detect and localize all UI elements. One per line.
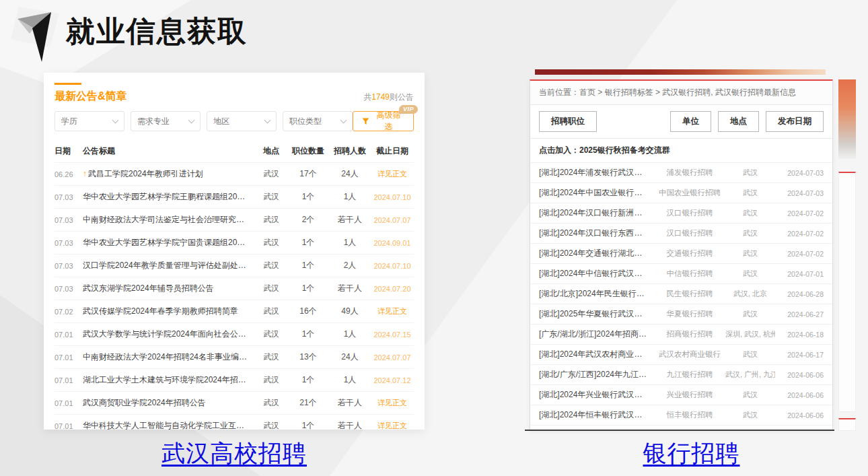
row-deadline[interactable]: 详见正文 bbox=[371, 306, 414, 316]
announcement-row[interactable]: 07.01 湖北工业大学土木建筑与环境学院2024年招聘1名科研助理启事 武汉 … bbox=[55, 368, 414, 391]
bank-sort-button[interactable]: 单位 bbox=[670, 111, 711, 132]
filter-dropdown[interactable]: 学历 bbox=[55, 111, 124, 131]
bank-row[interactable]: [湖北/北京]2024年民生银行民生科技社会招聘启事（6.28） 民生银行招聘 … bbox=[530, 284, 832, 304]
row-positions: 17个 bbox=[287, 168, 329, 180]
row-title[interactable]: [湖北/广东/江西]2024年九江银行社会招聘启事（6.6） bbox=[539, 369, 654, 380]
announcement-row[interactable]: 06.26 ↑武昌工学院2024年教师引进计划 武汉 17个 24人 详见正文 bbox=[55, 162, 414, 185]
row-date: 06.26 bbox=[55, 170, 83, 178]
row-title[interactable]: [湖北]2024年汉口银行新洲支行社会招聘启事（7.2） bbox=[539, 207, 654, 219]
row-title[interactable]: [湖北]2024年恒丰银行武汉分行社会招聘启事（6.6） bbox=[539, 409, 654, 421]
bank-row[interactable]: [湖北]2024年汉口银行东西湖支行社会招聘启事（7.2） 汉口银行招聘 武汉 … bbox=[530, 224, 832, 244]
row-deadline[interactable]: 2024.07.12 bbox=[371, 376, 414, 384]
row-title[interactable]: [湖北]2024年中信银行武汉分行社会招聘启事（7.1） bbox=[539, 268, 654, 279]
announcement-row[interactable]: 07.01 中南财经政法大学2024年招聘24名非事业编制科研助理公告 武汉 1… bbox=[55, 345, 414, 368]
row-title[interactable]: ↑武昌工学院2024年教师引进计划 bbox=[83, 168, 255, 180]
row-deadline[interactable]: 详见正文 bbox=[371, 421, 414, 431]
announcement-row[interactable]: 07.01 华中科技大学人工智能与自动化学院工业互联网及系统安全实验室2024年… bbox=[55, 414, 414, 437]
row-date: 2024-06-06 bbox=[775, 371, 824, 379]
row-title[interactable]: [湖北]2024年中国农业银行湖北省分行暑期实习生招募公告 bbox=[539, 187, 654, 199]
filter-dropdown[interactable]: 需求专业 bbox=[131, 111, 201, 131]
row-date: 07.03 bbox=[55, 216, 83, 224]
announcement-row[interactable]: 07.03 华中农业大学园艺林学学院王鹏程课题组2024年7月招聘1名科研助理公… bbox=[55, 185, 414, 208]
advanced-filter-wrap: 高级筛选 VIP bbox=[353, 111, 414, 131]
row-date: 2024-06-18 bbox=[775, 331, 824, 339]
bank-recruitment-link[interactable]: 银行招聘 bbox=[525, 438, 858, 469]
row-positions: 1个 bbox=[287, 420, 329, 432]
row-title[interactable]: [湖北]2024年交通银行湖北分行社会招聘启事（7.2） bbox=[539, 248, 654, 259]
bank-row[interactable]: [湖北]2025年华夏银行武汉分行校园招聘公告 华夏银行招聘 武汉 2024-0… bbox=[530, 304, 832, 325]
row-title[interactable]: [湖北]2025年华夏银行武汉分行校园招聘公告 bbox=[539, 308, 654, 320]
row-title[interactable]: [湖北]2024年武汉农村商业银行招聘公告（6.17） bbox=[539, 349, 654, 360]
row-deadline[interactable]: 2024.07.10 bbox=[371, 193, 414, 201]
row-title[interactable]: 中南财经政法大学2024年招聘24名非事业编制科研助理公告 bbox=[83, 351, 255, 363]
filter-job-button[interactable]: 招聘职位 bbox=[539, 111, 597, 132]
row-title[interactable]: [湖北]2024年浦发银行武汉分行社会招聘启事 bbox=[539, 167, 654, 178]
row-title[interactable]: 华中科技大学人工智能与自动化学院工业互联网及系统安全实验室2024年面向国内..… bbox=[83, 420, 255, 432]
row-title[interactable]: [湖北]2024年兴业银行武汉分行社会招聘启事（6.6） bbox=[539, 389, 654, 401]
row-title[interactable]: 武汉传媒学院2024年春季学期教师招聘简章 bbox=[83, 306, 255, 317]
bank-sort-button[interactable]: 地点 bbox=[718, 111, 759, 132]
col-deadline: 截止日期 bbox=[371, 145, 414, 157]
university-recruitment-link[interactable]: 武汉高校招聘 bbox=[44, 438, 425, 469]
chevron-down-icon bbox=[188, 117, 195, 124]
row-title[interactable]: 华中农业大学园艺林学学院宁国贵课题组2024年7月招聘1名科研辅助人员公告 bbox=[83, 237, 255, 248]
announcement-row[interactable]: 07.03 华中农业大学园艺林学学院宁国贵课题组2024年7月招聘1名科研辅助人… bbox=[55, 231, 414, 254]
bank-recruitment-panel: 当前位置：首页 > 银行招聘标签 > 武汉银行招聘, 武汉银行招聘最新信息 招聘… bbox=[525, 69, 858, 431]
filter-dropdown[interactable]: 职位类型 bbox=[283, 111, 353, 131]
row-title[interactable]: 汉口学院2024年教学质量管理与评估处副处长招聘公告 bbox=[83, 260, 255, 271]
announcement-row[interactable]: 07.01 武汉商贸职业学院2024年招聘公告 武汉 21个 若干人 详见正文 bbox=[55, 391, 414, 414]
row-title[interactable]: 华中农业大学园艺林学学院王鹏程课题组2024年7月招聘1名科研助理公告 bbox=[83, 191, 255, 203]
announcement-row[interactable]: 07.01 武汉大学数学与统计学院2024年面向社会公开招聘1名工作人员公告 武… bbox=[55, 322, 414, 345]
row-deadline[interactable]: 2024.07.07 bbox=[371, 353, 414, 362]
hot-arrow-icon: ↑ bbox=[83, 169, 87, 178]
bank-list: [湖北]2024年浦发银行武汉分行社会招聘启事 浦发银行招聘 武汉 2024-0… bbox=[530, 163, 832, 430]
row-deadline[interactable]: 2024.07.20 bbox=[371, 285, 414, 293]
announcement-row[interactable]: 07.03 中南财经政法大学司法鉴定与社会治理研究院2024年7月招聘非事业编制… bbox=[55, 208, 414, 231]
funnel-icon bbox=[362, 118, 369, 125]
row-title[interactable]: [湖北]2024年汉口银行东西湖支行社会招聘启事（7.2） bbox=[539, 228, 654, 239]
bank-row[interactable]: [湖北]2024年恒丰银行武汉分行社会招聘启事（6.6） 恒丰银行招聘 武汉 2… bbox=[530, 405, 832, 426]
row-title[interactable]: [广东/湖北/浙江]2024年招商银行招银云创社会招聘启事（6.18） bbox=[539, 329, 654, 340]
bank-row[interactable]: [湖北]2024年兴业银行武汉分行社会招聘启事（6.6） 兴业银行招聘 武汉 2… bbox=[530, 385, 832, 405]
row-title[interactable]: [湖北/北京]2024年民生银行民生科技社会招聘启事（6.28） bbox=[539, 288, 654, 300]
row-deadline[interactable]: 2024.07.10 bbox=[371, 262, 414, 270]
row-title[interactable]: 武汉东湖学院2024年辅导员招聘公告 bbox=[83, 283, 255, 294]
bank-row[interactable]: [湖北]2024年武汉农村商业银行招聘公告（6.17） 武汉农村商业银行 武汉 … bbox=[530, 345, 832, 365]
bank-row[interactable]: [湖北]2024年中信银行武汉分行社会招聘启事（7.1） 中信银行招聘 武汉 2… bbox=[530, 264, 832, 284]
sidebar-fragment-box bbox=[838, 172, 856, 412]
join-group-notice[interactable]: 点击加入：2025银行秋招备考交流群 bbox=[530, 139, 832, 163]
bank-row[interactable]: [湖北]2024年汉口银行新洲支行社会招聘启事（7.2） 汉口银行招聘 武汉 2… bbox=[530, 203, 832, 224]
chevron-down-icon bbox=[340, 117, 347, 124]
announcement-row[interactable]: 07.03 武汉东湖学院2024年辅导员招聘公告 武汉 1个 若干人 2024.… bbox=[55, 277, 414, 300]
bank-row[interactable]: [湖北]2024年交通银行湖北分行社会招聘启事（7.2） 交通银行招聘 武汉 2… bbox=[530, 244, 832, 264]
bank-row[interactable]: [湖北]2024年浦发银行武汉分行社会招聘启事 浦发银行招聘 武汉 2024-0… bbox=[530, 163, 832, 183]
row-people: 24人 bbox=[329, 168, 371, 180]
row-organization: 民生银行招聘 bbox=[654, 289, 725, 299]
announcement-list: 06.26 ↑武昌工学院2024年教师引进计划 武汉 17个 24人 详见正文 … bbox=[55, 162, 414, 437]
row-deadline[interactable]: 详见正文 bbox=[371, 169, 414, 179]
row-title[interactable]: 武汉大学数学与统计学院2024年面向社会公开招聘1名工作人员公告 bbox=[83, 329, 255, 340]
row-location: 武汉 bbox=[725, 168, 775, 178]
bank-row[interactable]: [广东/湖北/浙江]2024年招商银行招银云创社会招聘启事（6.18） 招商银行… bbox=[530, 325, 832, 345]
row-location: 武汉 bbox=[255, 169, 287, 179]
chevron-down-icon bbox=[264, 117, 271, 124]
dropdown-label: 职位类型 bbox=[289, 116, 322, 127]
row-location: 武汉 bbox=[255, 398, 287, 408]
row-date: 07.02 bbox=[55, 308, 83, 316]
announcement-row[interactable]: 07.03 汉口学院2024年教学质量管理与评估处副处长招聘公告 武汉 1个 2… bbox=[55, 254, 414, 277]
sidebar-fragment-banner bbox=[838, 79, 856, 159]
bank-row[interactable]: [湖北/广东/江西]2024年九江银行社会招聘启事（6.6） 九江银行招聘 武汉… bbox=[530, 365, 832, 385]
row-deadline[interactable]: 2024.07.15 bbox=[371, 331, 414, 339]
row-title[interactable]: 中南财经政法大学司法鉴定与社会治理研究院2024年7月招聘非事业编制专职科研..… bbox=[83, 214, 255, 226]
row-title[interactable]: 湖北工业大学土木建筑与环境学院2024年招聘1名科研助理启事 bbox=[83, 374, 255, 386]
advanced-filter-button[interactable]: 高级筛选 bbox=[353, 111, 414, 131]
row-deadline[interactable]: 2024.07.07 bbox=[371, 216, 414, 224]
bank-row[interactable]: [湖北]2024年中国农业银行湖北省分行暑期实习生招募公告 中国农业银行招聘 武… bbox=[530, 183, 832, 203]
row-deadline[interactable]: 2024.09.01 bbox=[371, 239, 414, 247]
row-deadline[interactable]: 详见正文 bbox=[371, 398, 414, 408]
row-title[interactable]: 武汉商贸职业学院2024年招聘公告 bbox=[83, 397, 255, 409]
bank-sort-button[interactable]: 发布日期 bbox=[766, 111, 824, 132]
announcement-row[interactable]: 07.02 武汉传媒学院2024年春季学期教师招聘简章 武汉 16个 49人 详… bbox=[55, 300, 414, 322]
breadcrumb[interactable]: 当前位置：首页 > 银行招聘标签 > 武汉银行招聘, 武汉银行招聘最新信息 bbox=[530, 81, 832, 105]
filter-dropdown[interactable]: 地区 bbox=[207, 111, 277, 131]
